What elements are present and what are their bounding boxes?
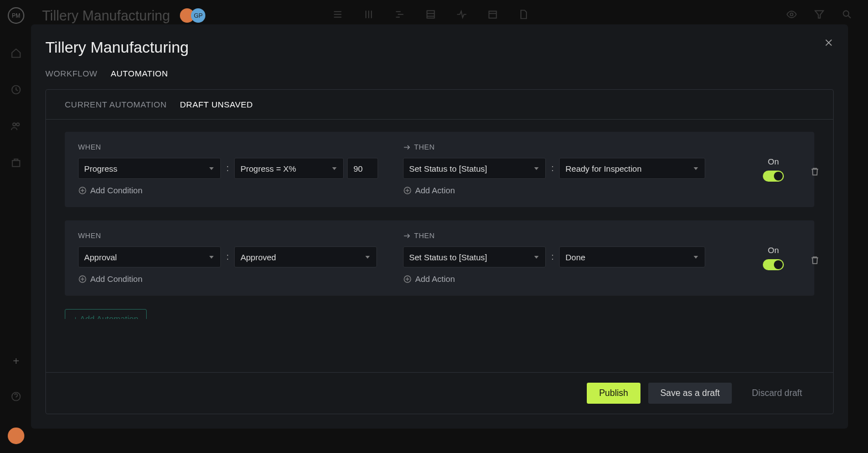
colon-separator: :: [549, 252, 556, 262]
nav-user-avatar[interactable]: [8, 428, 24, 444]
modal-title: Tillery Manufacturing: [45, 39, 834, 56]
svg-marker-38: [365, 256, 370, 259]
then-label: THEN: [403, 143, 733, 151]
view-sheet-icon[interactable]: [425, 9, 436, 22]
nav-recent-icon[interactable]: [11, 84, 22, 97]
when-field-select[interactable]: Approval: [78, 246, 221, 267]
then-value-select[interactable]: Done: [559, 246, 705, 267]
svg-rect-21: [12, 161, 19, 167]
nav-team-icon[interactable]: [11, 121, 22, 134]
rule-enabled-toggle[interactable]: [763, 171, 784, 182]
svg-rect-12: [489, 11, 496, 18]
visibility-icon[interactable]: [786, 9, 797, 22]
discard-draft-button[interactable]: Discard draft: [740, 383, 814, 404]
delete-rule-icon[interactable]: [810, 167, 820, 179]
when-label: WHEN: [78, 143, 391, 151]
svg-marker-33: [694, 167, 698, 170]
svg-marker-32: [534, 167, 539, 170]
delete-rule-icon[interactable]: [810, 255, 820, 267]
bg-members[interactable]: GP: [180, 8, 205, 23]
colon-separator: :: [549, 163, 556, 173]
rule-enabled-toggle[interactable]: [763, 259, 784, 270]
svg-point-14: [790, 13, 793, 16]
filter-icon[interactable]: [814, 9, 825, 22]
search-icon[interactable]: [841, 9, 852, 22]
nav-home-icon[interactable]: [11, 48, 22, 61]
svg-rect-9: [427, 11, 434, 18]
svg-point-19: [13, 123, 16, 126]
add-condition-button[interactable]: Add Condition: [78, 274, 391, 284]
when-operator-select[interactable]: Progress = X%: [234, 158, 344, 179]
close-icon[interactable]: [824, 38, 834, 50]
then-action-select[interactable]: Set Status to [Status]: [403, 158, 546, 179]
svg-marker-44: [694, 256, 698, 259]
when-label: WHEN: [78, 231, 391, 240]
tab-workflow[interactable]: WORKFLOW: [45, 69, 97, 78]
tab-automation[interactable]: AUTOMATION: [111, 69, 168, 78]
svg-marker-37: [209, 256, 214, 259]
when-value-input[interactable]: 90: [347, 158, 378, 179]
add-condition-button[interactable]: Add Condition: [78, 186, 391, 195]
toggle-label: On: [768, 245, 779, 255]
view-list-icon[interactable]: [332, 9, 343, 22]
colon-separator: :: [224, 163, 231, 173]
automation-rule: WHEN Progress : Progress = X% 90: [65, 132, 814, 207]
add-automation-button[interactable]: + Add Automation: [65, 309, 147, 319]
automation-modal: Tillery Manufacturing WORKFLOW AUTOMATIO…: [31, 24, 848, 429]
save-draft-button[interactable]: Save as a draft: [648, 383, 732, 404]
colon-separator: :: [224, 252, 231, 262]
svg-point-16: [843, 11, 849, 16]
svg-line-17: [848, 16, 851, 18]
svg-marker-26: [209, 167, 214, 170]
view-calendar-icon[interactable]: [487, 9, 498, 22]
view-gantt-icon[interactable]: [394, 9, 405, 22]
view-activity-icon[interactable]: [456, 9, 467, 22]
add-action-button[interactable]: Add Action: [403, 186, 733, 195]
svg-marker-27: [332, 167, 337, 170]
nav-projects-icon[interactable]: [11, 157, 22, 171]
view-file-icon[interactable]: [518, 9, 529, 22]
nav-add-icon[interactable]: +: [13, 355, 19, 368]
svg-point-20: [17, 123, 19, 126]
add-action-button[interactable]: Add Action: [403, 274, 733, 284]
publish-button[interactable]: Publish: [587, 383, 640, 404]
when-field-select[interactable]: Progress: [78, 158, 221, 179]
app-logo[interactable]: PM: [8, 7, 24, 24]
then-label: THEN: [403, 231, 733, 240]
nav-help-icon[interactable]: [11, 391, 22, 404]
automation-rule: WHEN Approval : Approved: [65, 220, 814, 296]
subtab-draft-unsaved[interactable]: DRAFT UNSAVED: [180, 100, 253, 109]
then-action-select[interactable]: Set Status to [Status]: [403, 246, 546, 267]
member-avatar-2[interactable]: GP: [191, 8, 205, 23]
then-value-select[interactable]: Ready for Inspection: [559, 158, 705, 179]
svg-marker-43: [534, 256, 539, 259]
bg-project-title: Tillery Manufacturing: [42, 8, 170, 24]
svg-marker-15: [815, 11, 824, 18]
subtab-current-automation[interactable]: CURRENT AUTOMATION: [65, 100, 167, 109]
when-operator-select[interactable]: Approved: [234, 246, 377, 267]
toggle-label: On: [768, 157, 779, 166]
view-board-icon[interactable]: [363, 9, 374, 22]
